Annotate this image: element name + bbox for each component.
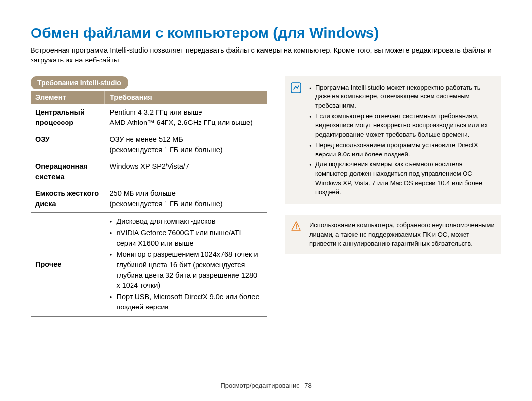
text: ОЗУ не менее 512 МБ (110, 135, 183, 143)
list-item: nVIDIA Geforce 7600GT или выше/ATI серии… (110, 228, 263, 248)
cell-value: Windows XP SP2/Vista/7 (105, 158, 267, 185)
cell-label: Центральный процессор (31, 104, 105, 131)
requirements-table: Элемент Требования Центральный процессор… (31, 91, 267, 317)
text: AMD Athlon™ 64FX, 2.6GHz ГГц или выше) (110, 119, 253, 126)
list-item: Монитор с разрешением 1024x768 точек и г… (110, 249, 263, 291)
table-row: Операционная система Windows XP SP2/Vist… (31, 158, 267, 185)
list-item: Порт USB, Microsoft DirectX 9.0c или бол… (110, 292, 263, 312)
cell-value: Дисковод для компакт-дисков nVIDIA Gefor… (105, 212, 267, 316)
cell-label: Емкость жесткого диска (31, 185, 105, 212)
svg-rect-0 (291, 83, 301, 93)
right-column: Программа Intelli-studio может некоррект… (285, 76, 501, 317)
table-row: Центральный процессор Pentium 4 3.2 ГГц … (31, 104, 267, 131)
table-row: Прочее Дисковод для компакт-дисков nVIDI… (31, 212, 267, 316)
cell-label: ОЗУ (31, 131, 105, 158)
warning-icon (291, 221, 301, 232)
text: 250 МБ или больше (110, 189, 176, 197)
table-header-requirements: Требования (105, 91, 267, 104)
svg-point-2 (296, 228, 297, 229)
cell-value: 250 МБ или больше (рекомендуется 1 ГБ ил… (105, 185, 267, 212)
table-row: ОЗУ ОЗУ не менее 512 МБ (рекомендуется 1… (31, 131, 267, 158)
list-item: Перед использованием программы установит… (309, 141, 495, 159)
section-label: Требования Intelli-studio (31, 76, 128, 89)
document-page: Обмен файлами с компьютером (для Windows… (0, 0, 532, 401)
cell-value: ОЗУ не менее 512 МБ (рекомендуется 1 ГБ … (105, 131, 267, 158)
text: (рекомендуется 1 ГБ или больше) (110, 200, 223, 208)
left-column: Требования Intelli-studio Элемент Требов… (31, 76, 267, 317)
intro-paragraph: Встроенная программа Intelli-studio позв… (31, 45, 502, 65)
cell-value: Pentium 4 3.2 ГГц или выше AMD Athlon™ 6… (105, 104, 267, 131)
table-row: Емкость жесткого диска 250 МБ или больше… (31, 185, 267, 212)
columns: Требования Intelli-studio Элемент Требов… (31, 76, 502, 317)
info-note-box: Программа Intelli-studio может некоррект… (285, 76, 501, 204)
warning-text: Использование компьютера, собранного неу… (309, 221, 495, 249)
footer-page-number: 78 (304, 382, 311, 389)
cell-label: Прочее (31, 212, 105, 316)
text: (рекомендуется 1 ГБ или больше) (110, 146, 223, 154)
text: Pentium 4 3.2 ГГц или выше (110, 108, 202, 116)
warning-note-box: Использование компьютера, собранного неу… (285, 215, 501, 255)
cell-label: Операционная система (31, 158, 105, 185)
page-footer: Просмотр/редактирование 78 (0, 382, 532, 389)
table-header-element: Элемент (31, 91, 105, 104)
list-item: Программа Intelli-studio может некоррект… (309, 83, 495, 111)
footer-section: Просмотр/редактирование (220, 382, 299, 389)
list-item: Если компьютер не отвечает системным тре… (309, 112, 495, 140)
list-item: Дисковод для компакт-дисков (110, 216, 263, 227)
page-title: Обмен файлами с компьютером (для Windows… (31, 25, 502, 41)
list-item: Для подключения камеры как съемного носи… (309, 160, 495, 197)
info-icon (291, 82, 301, 93)
